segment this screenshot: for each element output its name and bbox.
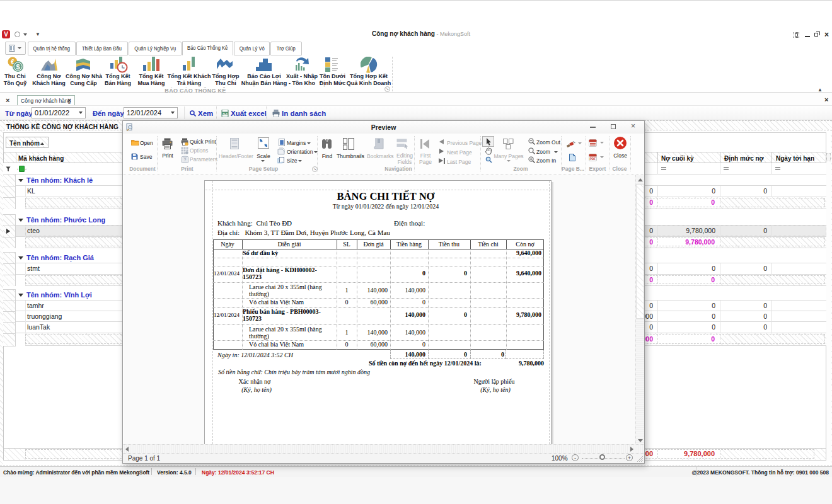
svg-text:$: $ — [16, 63, 20, 71]
svg-text:PDF: PDF — [590, 157, 596, 161]
svg-text:?: ? — [184, 158, 187, 162]
svg-text:XLS: XLS — [222, 112, 228, 115]
